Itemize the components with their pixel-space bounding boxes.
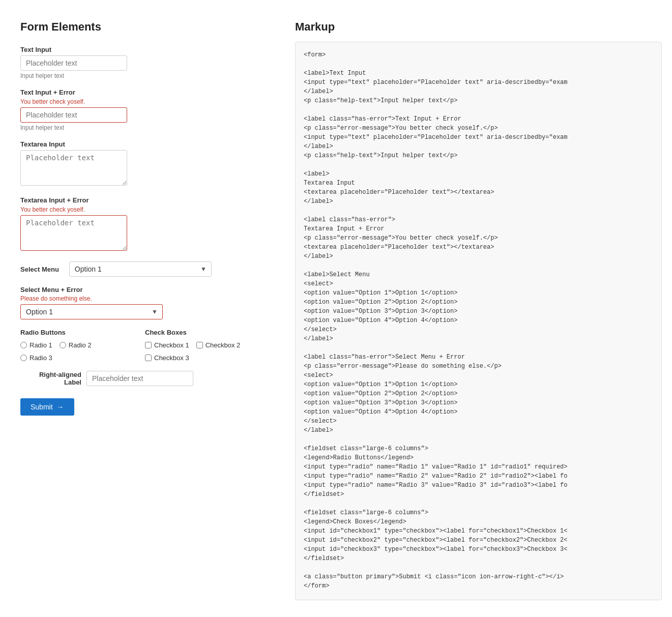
markup-box[interactable]: <form> <label>Text Input <input type="te…	[295, 42, 662, 600]
text-input-label: Text Input	[20, 46, 270, 53]
textarea-error-group: Textarea Input + Error You better check …	[20, 196, 270, 252]
radio-input-3[interactable]	[20, 355, 27, 361]
markup-title: Markup	[295, 20, 662, 34]
text-input-helper: Input helper text	[20, 72, 270, 79]
radio-item-2: Radio 2	[60, 341, 92, 349]
checkbox-label-2: Checkbox 2	[206, 341, 241, 349]
radio-input-1[interactable]	[20, 342, 27, 348]
textarea-group: Textarea Input	[20, 140, 270, 187]
right-aligned-input[interactable]	[86, 371, 193, 386]
text-input-error-message: You better check yoself.	[20, 98, 270, 105]
text-input-error-label: Text Input + Error	[20, 89, 270, 96]
radio-label-1: Radio 1	[30, 341, 52, 349]
right-aligned-row: Right-aligned Label	[20, 371, 270, 386]
radio-input-2[interactable]	[60, 342, 66, 348]
textarea-label: Textarea Input	[20, 140, 270, 148]
right-aligned-label: Right-aligned Label	[20, 371, 81, 386]
textarea-error-message: You better check yoself.	[20, 206, 270, 213]
radio-fieldset: Radio Buttons Radio 1 Radio 2 Radio 3	[20, 329, 145, 362]
select-menu-group: Select Menu Option 1 Option 2 Option 3 O…	[20, 261, 270, 277]
checkbox-input-2[interactable]	[196, 342, 203, 348]
checkbox-input-1[interactable]	[145, 342, 152, 348]
select-menu-wrapper: Option 1 Option 2 Option 3 Option 4 ▼	[69, 261, 212, 277]
submit-button[interactable]: Submit →	[20, 398, 74, 416]
checkbox-legend: Check Boxes	[145, 329, 187, 336]
checkbox-label-1: Checkbox 1	[154, 341, 189, 349]
arrow-right-icon: →	[57, 403, 64, 411]
select-menu-error-message: Please do something else.	[20, 295, 270, 302]
checkbox-item-3: Checkbox 3	[145, 354, 270, 362]
select-menu-error-wrapper: Option 1 Option 2 Option 3 Option 4 ▼	[20, 304, 163, 319]
page-title: Form Elements	[20, 20, 270, 34]
radio-legend: Radio Buttons	[20, 329, 66, 336]
radio-checkbox-section: Radio Buttons Radio 1 Radio 2 Radio 3	[20, 329, 270, 362]
textarea-error-label: Textarea Input + Error	[20, 196, 270, 204]
text-input-group: Text Input Input helper text	[20, 46, 270, 79]
radio-label-2: Radio 2	[69, 341, 92, 349]
checkbox-input-3[interactable]	[145, 355, 152, 361]
text-input-error-helper: Input helper text	[20, 124, 270, 131]
radio-item-1: Radio 1	[20, 341, 52, 349]
textarea-error-input[interactable]	[20, 215, 127, 251]
markup-code: <form> <label>Text Input <input type="te…	[304, 50, 653, 591]
text-input-error-field[interactable]	[20, 107, 127, 123]
select-menu-error[interactable]: Option 1 Option 2 Option 3 Option 4	[20, 304, 163, 319]
checkbox-item-2: Checkbox 2	[196, 341, 241, 349]
select-menu-error-label: Select Menu + Error	[20, 286, 270, 293]
textarea-input[interactable]	[20, 150, 127, 186]
checkbox-label-3: Checkbox 3	[154, 354, 189, 362]
radio-label-3: Radio 3	[30, 354, 52, 362]
text-input-error-group: Text Input + Error You better check yose…	[20, 89, 270, 131]
radio-item-3: Radio 3	[20, 354, 145, 362]
text-input[interactable]	[20, 55, 127, 71]
checkbox-item-1: Checkbox 1	[145, 341, 189, 349]
select-menu-error-group: Select Menu + Error Please do something …	[20, 286, 270, 319]
select-menu-label: Select Menu	[20, 266, 59, 273]
checkbox-fieldset: Check Boxes Checkbox 1 Checkbox 2 Che	[145, 329, 270, 362]
select-menu[interactable]: Option 1 Option 2 Option 3 Option 4	[69, 261, 212, 277]
submit-button-label: Submit	[31, 403, 53, 411]
